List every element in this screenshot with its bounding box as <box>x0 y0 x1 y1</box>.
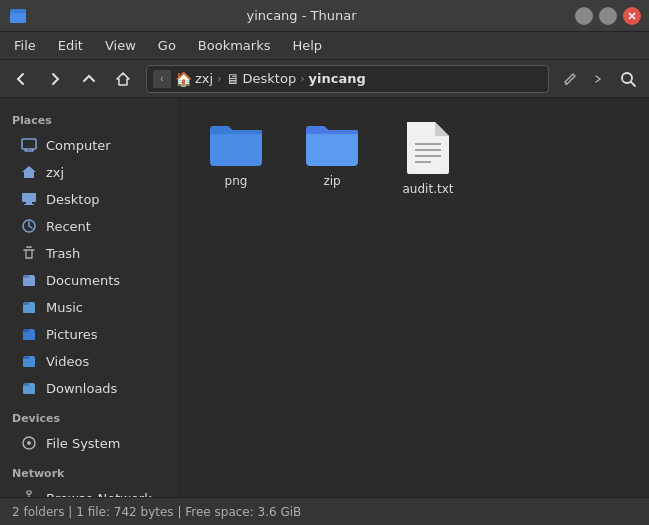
breadcrumb-sep2: › <box>300 72 304 85</box>
sidebar: Places Computer zxj Desktop Recent <box>0 98 180 497</box>
sidebar-item-recent[interactable]: Recent <box>4 213 175 239</box>
desktop-icon <box>20 190 38 208</box>
window-title: yincang - Thunar <box>28 8 575 23</box>
menu-bookmarks[interactable]: Bookmarks <box>188 35 281 56</box>
sidebar-item-documents-label: Documents <box>46 273 120 288</box>
sidebar-item-downloads-label: Downloads <box>46 381 117 396</box>
breadcrumb-zxj-label: zxj <box>195 71 213 86</box>
svg-point-18 <box>27 441 31 445</box>
documents-icon <box>20 271 38 289</box>
videos-icon <box>20 352 38 370</box>
sidebar-item-trash-label: Trash <box>46 246 80 261</box>
menu-help[interactable]: Help <box>282 35 332 56</box>
sidebar-item-pictures[interactable]: Pictures <box>4 321 175 347</box>
breadcrumb-back-btn[interactable]: ‹ <box>153 70 171 88</box>
network-icon <box>20 489 38 497</box>
menu-go[interactable]: Go <box>148 35 186 56</box>
titlebar: yincang - Thunar <box>0 0 649 32</box>
desktop-folder-icon: 🖥 <box>226 71 240 87</box>
edit-path-button[interactable] <box>557 66 583 92</box>
statusbar-text: 2 folders | 1 file: 742 bytes | Free spa… <box>12 505 301 519</box>
sidebar-item-desktop-label: Desktop <box>46 192 100 207</box>
svg-rect-13 <box>22 193 36 202</box>
sidebar-item-home-label: zxj <box>46 165 64 180</box>
music-icon <box>20 298 38 316</box>
breadcrumb-home[interactable]: 🏠 zxj <box>175 71 213 87</box>
minimize-button[interactable] <box>575 7 593 25</box>
file-grid: png zip audit.tx <box>196 114 633 202</box>
sidebar-item-pictures-label: Pictures <box>46 327 97 342</box>
file-area: png zip audit.tx <box>180 98 649 497</box>
close-button[interactable] <box>623 7 641 25</box>
sidebar-item-music-label: Music <box>46 300 83 315</box>
file-item-zip-label: zip <box>323 174 340 188</box>
svg-rect-8 <box>22 139 36 149</box>
file-item-png-label: png <box>225 174 248 188</box>
sidebar-item-videos-label: Videos <box>46 354 89 369</box>
pictures-icon <box>20 325 38 343</box>
sidebar-item-browse-network-label: Browse Network <box>46 491 152 498</box>
svg-marker-12 <box>22 166 36 178</box>
main-layout: Places Computer zxj Desktop Recent <box>0 98 649 497</box>
menu-view[interactable]: View <box>95 35 146 56</box>
sidebar-item-computer[interactable]: Computer <box>4 132 175 158</box>
statusbar: 2 folders | 1 file: 742 bytes | Free spa… <box>0 497 649 525</box>
file-item-png[interactable]: png <box>196 114 276 202</box>
up-button[interactable] <box>74 65 104 93</box>
svg-rect-15 <box>24 204 34 205</box>
file-item-audit-label: audit.txt <box>403 182 454 196</box>
breadcrumb-bar: ‹ 🏠 zxj › 🖥 Desktop › yincang <box>146 65 549 93</box>
devices-header: Devices <box>0 402 179 429</box>
recent-icon <box>20 217 38 235</box>
home-button[interactable] <box>108 65 138 93</box>
sidebar-item-music[interactable]: Music <box>4 294 175 320</box>
home-folder-icon: 🏠 <box>175 71 192 87</box>
search-button[interactable] <box>613 65 643 93</box>
sidebar-item-desktop[interactable]: Desktop <box>4 186 175 212</box>
sidebar-item-trash[interactable]: Trash <box>4 240 175 266</box>
menu-file[interactable]: File <box>4 35 46 56</box>
svg-line-7 <box>631 82 635 86</box>
menubar: File Edit View Go Bookmarks Help <box>0 32 649 60</box>
path-chevron-button[interactable] <box>587 66 609 92</box>
sidebar-item-browse-network[interactable]: Browse Network <box>4 485 175 497</box>
sidebar-item-downloads[interactable]: Downloads <box>4 375 175 401</box>
file-item-zip[interactable]: zip <box>292 114 372 202</box>
toolbar: ‹ 🏠 zxj › 🖥 Desktop › yincang <box>0 60 649 98</box>
filesystem-icon <box>20 434 38 452</box>
places-header: Places <box>0 104 179 131</box>
svg-rect-1 <box>10 13 26 23</box>
svg-rect-19 <box>27 491 31 494</box>
app-icon <box>8 6 28 26</box>
downloads-icon <box>20 379 38 397</box>
sidebar-item-home[interactable]: zxj <box>4 159 175 185</box>
file-item-audit[interactable]: audit.txt <box>388 114 468 202</box>
back-button[interactable] <box>6 65 36 93</box>
sidebar-item-computer-label: Computer <box>46 138 111 153</box>
svg-marker-4 <box>117 73 129 85</box>
sidebar-item-recent-label: Recent <box>46 219 91 234</box>
breadcrumb-current: yincang <box>309 71 366 86</box>
menu-edit[interactable]: Edit <box>48 35 93 56</box>
window-controls <box>575 7 641 25</box>
computer-icon <box>20 136 38 154</box>
sidebar-item-videos[interactable]: Videos <box>4 348 175 374</box>
svg-rect-14 <box>26 202 32 204</box>
network-header: Network <box>0 457 179 484</box>
breadcrumb-sep1: › <box>217 72 221 85</box>
forward-button[interactable] <box>40 65 70 93</box>
sidebar-item-filesystem[interactable]: File System <box>4 430 175 456</box>
sidebar-item-filesystem-label: File System <box>46 436 120 451</box>
trash-icon <box>20 244 38 262</box>
sidebar-item-documents[interactable]: Documents <box>4 267 175 293</box>
home-icon <box>20 163 38 181</box>
breadcrumb-desktop-label: Desktop <box>243 71 297 86</box>
breadcrumb-desktop[interactable]: 🖥 Desktop <box>226 71 297 87</box>
maximize-button[interactable] <box>599 7 617 25</box>
